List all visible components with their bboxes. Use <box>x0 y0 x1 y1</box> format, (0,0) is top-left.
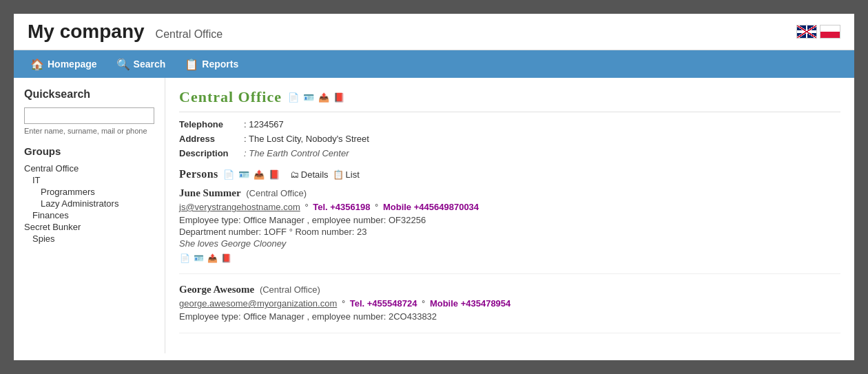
office-action-icons: 📄 🪪 📤 📕 <box>287 91 345 103</box>
telephone-label: Telephone <box>179 119 241 129</box>
person-email[interactable]: js@verystrangehostname.com <box>179 202 300 212</box>
description-row: Description : The Earth Control Center <box>179 148 840 158</box>
group-finances[interactable]: Finances <box>24 209 154 221</box>
nav-homepage[interactable]: 🏠 Homepage <box>21 50 107 78</box>
quicksearch-title: Quicksearch <box>24 88 154 101</box>
groups-list: Central Office IT Programmers Lazy Admin… <box>24 163 154 245</box>
persons-header: Persons 📄 🪪 📤 📕 🗂 Details 📋 List <box>179 168 840 180</box>
telephone-row: Telephone : 1234567 <box>179 119 840 129</box>
home-icon: 🏠 <box>30 58 44 71</box>
nav-search-label: Search <box>134 59 166 70</box>
person-vcard-icon[interactable]: 🪪 <box>193 253 204 264</box>
group-secret-bunker[interactable]: Secret Bunker <box>24 221 154 233</box>
nav-reports[interactable]: 📋 Reports <box>175 50 248 78</box>
details-view-btn[interactable]: 🗂 Details <box>290 169 329 180</box>
group-lazy-admins[interactable]: Lazy Administrators <box>24 198 154 209</box>
person-office: (Central Office) <box>246 188 307 198</box>
persons-doc-icon[interactable]: 📄 <box>223 168 235 180</box>
office-doc-icon[interactable]: 📄 <box>287 91 300 103</box>
persons-export-icon[interactable]: 📤 <box>253 168 265 180</box>
office-header: Central Office 📄 🪪 📤 📕 <box>179 88 840 112</box>
list-view-btn[interactable]: 📋 List <box>333 169 360 180</box>
person-note: She loves George Clooney <box>179 238 840 249</box>
description-value: : The Earth Control Center <box>244 148 349 158</box>
description-label: Description <box>179 148 241 158</box>
person-tel-2[interactable]: Tel. +455548724 <box>350 298 417 309</box>
person-name-2: George Awesome <box>179 284 254 295</box>
groups-title: Groups <box>24 145 154 157</box>
group-programmers[interactable]: Programmers <box>24 186 154 198</box>
flag-uk[interactable] <box>796 25 817 39</box>
search-icon: 🔍 <box>116 58 130 71</box>
person-contact-2: george.awesome@myorganization.com ° Tel.… <box>179 298 840 309</box>
person-mobile[interactable]: Mobile +445649870034 <box>383 202 479 212</box>
persons-title: Persons <box>179 168 218 180</box>
company-name: My company <box>28 21 145 43</box>
details-view-icon: 🗂 <box>290 169 299 180</box>
person-card-george-awesome: George Awesome (Central Office) george.a… <box>179 284 840 333</box>
quicksearch-hint: Enter name, surname, mail or phone <box>24 127 154 135</box>
persons-pdf-icon[interactable]: 📕 <box>268 168 280 180</box>
group-central-office[interactable]: Central Office <box>24 163 154 174</box>
group-it[interactable]: IT <box>24 174 154 186</box>
group-spies[interactable]: Spies <box>24 233 154 245</box>
list-view-label: List <box>346 169 360 180</box>
office-vcard-icon[interactable]: 🪪 <box>302 91 315 103</box>
person-name-line: June Summer (Central Office) <box>179 187 840 199</box>
navbar: 🏠 Homepage 🔍 Search 📋 Reports <box>14 50 854 78</box>
person-pdf-icon[interactable]: 📕 <box>220 253 231 264</box>
persons-action-icons: 📄 🪪 📤 📕 <box>223 168 280 180</box>
person-name-line-2: George Awesome (Central Office) <box>179 284 840 295</box>
address-row: Address : The Lost City, Nobody's Street <box>179 134 840 144</box>
person-contact: js@verystrangehostname.com ° Tel. +43561… <box>179 202 840 212</box>
nav-search[interactable]: 🔍 Search <box>107 50 176 78</box>
person-mobile-2[interactable]: Mobile +435478954 <box>430 298 510 309</box>
list-view-icon: 📋 <box>333 169 344 180</box>
nav-reports-label: Reports <box>202 59 238 70</box>
person-tel[interactable]: Tel. +4356198 <box>313 202 370 212</box>
person-doc-icon[interactable]: 📄 <box>179 253 190 264</box>
details-view-label: Details <box>301 169 329 180</box>
person-export-icon[interactable]: 📤 <box>207 253 218 264</box>
nav-homepage-label: Homepage <box>48 59 97 70</box>
person-emp-info-2: Employee type: Office Manager , employee… <box>179 311 840 322</box>
address-value: : The Lost City, Nobody's Street <box>244 134 369 144</box>
flag-pl[interactable] <box>820 25 840 39</box>
office-title: Central Office <box>179 88 282 106</box>
person-card-june-summer: June Summer (Central Office) js@verystra… <box>179 187 840 274</box>
person-office-2: (Central Office) <box>260 284 320 295</box>
content-panel: Central Office 📄 🪪 📤 📕 Telephone : 12345… <box>165 78 854 353</box>
reports-icon: 📋 <box>185 58 198 71</box>
quicksearch-input[interactable] <box>24 107 154 124</box>
person-dept-info: Department number: 1OFF ° Room number: 2… <box>179 227 840 237</box>
person-emp-info: Employee type: Office Manager , employee… <box>179 215 840 225</box>
persons-view-toggle: 🗂 Details 📋 List <box>290 169 360 180</box>
office-name-header: Central Office <box>156 28 223 41</box>
address-label: Address <box>179 134 241 144</box>
sidebar: Quicksearch Enter name, surname, mail or… <box>14 78 165 353</box>
person-email-2[interactable]: george.awesome@myorganization.com <box>179 298 337 309</box>
person-name: June Summer <box>179 187 241 198</box>
person-actions: 📄 🪪 📤 📕 <box>179 253 840 264</box>
flags <box>796 25 840 39</box>
telephone-value: : 1234567 <box>244 119 284 129</box>
office-pdf-icon[interactable]: 📕 <box>333 91 345 103</box>
office-export-icon[interactable]: 📤 <box>318 91 330 103</box>
persons-vcard-icon[interactable]: 🪪 <box>238 168 250 180</box>
